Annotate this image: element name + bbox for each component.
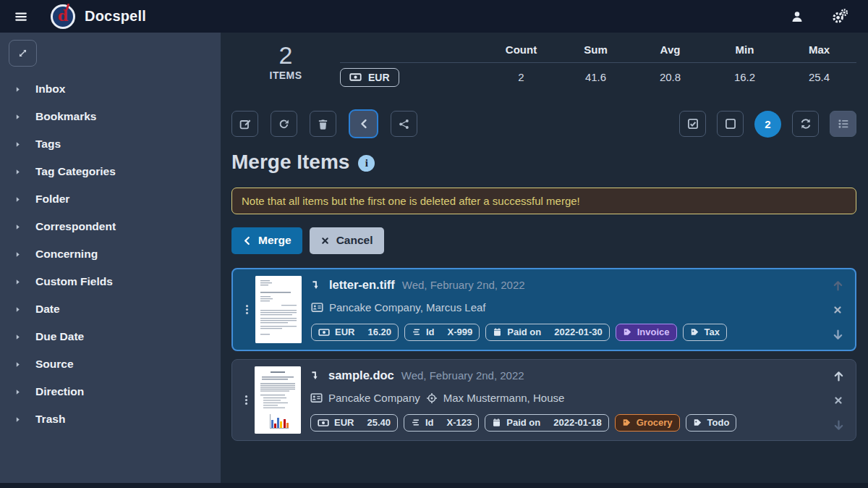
merge-warning-note: Note that all items but the first one is… (231, 188, 856, 214)
sidebar-item-tags[interactable]: Tags (9, 130, 221, 158)
address-card-icon (311, 301, 323, 314)
sidebar-menu: Inbox Bookmarks Tags Tag Categories Fold… (9, 75, 221, 433)
sidebar-item-correspondent[interactable]: Correspondent (9, 213, 221, 240)
item-card-letter-en[interactable]: letter-en.tiff Wed, February 2nd, 2022 P… (231, 268, 856, 351)
item-badges: EUR 16.20 Id X-999 Paid on 2022-01-30 (311, 324, 827, 341)
user-icon (791, 10, 804, 23)
sidebar-item-direction[interactable]: Direction (9, 378, 221, 405)
drag-handle[interactable] (240, 276, 253, 343)
sidebar-item-label: Custom Fields (35, 275, 113, 288)
paid-date: 2022-01-30 (554, 327, 603, 337)
caret-right-icon (14, 361, 22, 369)
edit-items-button[interactable] (231, 111, 258, 137)
sidebar-item-bookmarks[interactable]: Bookmarks (9, 103, 221, 130)
id-badge: Id X-999 (404, 324, 480, 341)
expand-icon (17, 48, 28, 59)
move-down-button[interactable] (833, 419, 845, 432)
edit-icon (239, 118, 251, 130)
id-value: X-999 (448, 327, 473, 337)
caret-right-icon (14, 195, 22, 203)
tag-label: Grocery (637, 417, 673, 428)
tag-label: Todo (707, 417, 730, 428)
sidebar-item-label: Bookmarks (35, 110, 96, 123)
sidebar-item-tag-categories[interactable]: Tag Categories (9, 158, 221, 185)
stream-icon (411, 418, 420, 427)
stats-table: Count Sum Avg Min Max EUR 2 41.6 20 (340, 40, 856, 91)
sidebar-item-label: Correspondent (35, 220, 116, 233)
drag-handle[interactable] (239, 366, 252, 434)
hamburger-menu-button[interactable] (10, 6, 32, 28)
share-items-button[interactable] (391, 111, 417, 137)
user-menu-button[interactable] (786, 9, 808, 24)
delete-items-button[interactable] (310, 111, 336, 137)
close-icon (320, 236, 330, 245)
amount-badge: EUR 25.40 (310, 414, 398, 432)
sidebar-item-inbox[interactable]: Inbox (9, 75, 221, 103)
amount-currency: EUR (334, 417, 354, 428)
square-icon (725, 118, 736, 130)
sidebar: Inbox Bookmarks Tags Tag Categories Fold… (0, 33, 221, 483)
app-title: Docspell (85, 8, 146, 25)
cancel-button[interactable]: Cancel (310, 227, 384, 254)
stream-icon (412, 327, 421, 337)
remove-from-merge-button[interactable] (833, 395, 843, 405)
sidebar-item-folder[interactable]: Folder (9, 185, 221, 213)
paid-label: Paid on (507, 327, 541, 337)
paid-date: 2022-01-18 (553, 417, 602, 428)
deselect-all-button[interactable] (717, 111, 744, 137)
sidebar-collapse-button[interactable] (9, 40, 37, 67)
move-down-button[interactable] (832, 329, 844, 341)
stats-header-row: Count Sum Avg Min Max (340, 40, 856, 59)
refresh-button[interactable] (792, 111, 819, 137)
caret-right-icon (14, 416, 22, 424)
move-up-button[interactable] (833, 370, 845, 382)
sidebar-item-concerning[interactable]: Concerning (9, 240, 221, 268)
caret-right-icon (14, 113, 22, 121)
close-icon (833, 305, 843, 315)
tag-badge-invoice: Invoice (616, 324, 677, 341)
id-label: Id (425, 417, 434, 428)
dots-vertical-icon (242, 303, 252, 316)
paid-label: Paid on (506, 417, 540, 428)
id-badge: Id X-123 (404, 414, 479, 432)
file-thumbnail (255, 276, 302, 343)
stat-max-value: 25.4 (782, 71, 856, 83)
item-concerning: Max Mustermann, House (443, 392, 565, 404)
top-navbar: d Docspell (0, 0, 868, 33)
sidebar-item-date[interactable]: Date (9, 295, 221, 323)
item-reorder-controls (827, 276, 848, 343)
reprocess-button[interactable] (271, 111, 297, 137)
paid-on-badge: Paid on 2022-01-18 (485, 414, 608, 432)
merge-button[interactable]: Merge (231, 227, 302, 254)
item-card-sample-doc[interactable]: sample.doc Wed, February 2nd, 2022 Panca… (231, 359, 856, 441)
sidebar-item-label: Due Date (35, 330, 84, 343)
sidebar-item-due-date[interactable]: Due Date (9, 323, 221, 350)
tag-badge-grocery: Grocery (615, 414, 680, 432)
bars-icon (14, 9, 27, 24)
tag-badge-tax: Tax (683, 324, 727, 341)
stats-col-avg: Avg (633, 43, 707, 56)
settings-button[interactable] (828, 8, 852, 25)
sidebar-item-label: Tag Categories (35, 165, 116, 178)
select-all-button[interactable] (679, 111, 706, 137)
merge-items-button[interactable] (349, 109, 378, 138)
stat-min-value: 16.2 (707, 71, 782, 83)
merge-button-label: Merge (258, 234, 292, 247)
sidebar-item-trash[interactable]: Trash (9, 405, 221, 433)
currency-label: EUR (368, 72, 390, 83)
info-icon[interactable]: i (358, 155, 375, 172)
sidebar-item-source[interactable]: Source (9, 350, 221, 378)
tag-icon (622, 418, 631, 427)
check-square-icon (687, 118, 699, 130)
tag-label: Tax (705, 327, 720, 337)
move-up-button[interactable] (832, 279, 844, 292)
main-content: 2 ITEMS Count Sum Avg Min Max EUR (221, 33, 868, 483)
cancel-button-label: Cancel (336, 234, 373, 247)
caret-right-icon (14, 168, 22, 176)
item-name: letter-en.tiff (329, 278, 395, 292)
page-title-row: Merge Items i (231, 151, 856, 174)
select-mode-button[interactable] (830, 111, 856, 137)
amount-currency: EUR (335, 327, 354, 337)
sidebar-item-custom-fields[interactable]: Custom Fields (9, 268, 221, 295)
remove-from-merge-button[interactable] (833, 305, 843, 315)
